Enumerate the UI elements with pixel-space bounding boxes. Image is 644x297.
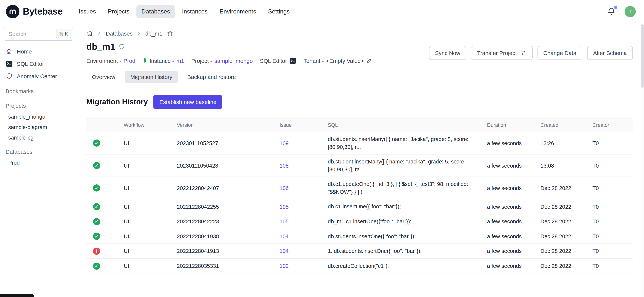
nav-environments[interactable]: Environments [215,5,261,18]
breadcrumb-home-icon[interactable] [86,30,93,37]
col-duration: Duration [487,118,540,132]
page-header: db_m1 Environment - Prod Instance - m1 [86,42,633,64]
migration-table: Workflow Version Issue SQL Duration Crea… [86,118,633,274]
nav-databases[interactable]: Databases [136,5,175,18]
instance-link[interactable]: m1 [176,57,184,64]
duration-cell: a few seconds [487,259,540,273]
project-link[interactable]: sample_mongo [214,57,253,64]
migration-status-icon [93,185,100,192]
nav-projects[interactable]: Projects [103,5,134,18]
edit-pencil-icon[interactable] [366,58,372,64]
version-cell: 20221228042255 [177,199,280,214]
version-cell: 20221228041913 [177,244,280,258]
avatar[interactable]: T [624,6,636,17]
issue-link[interactable]: 105 [280,219,288,225]
top-nav: Issues Projects Databases Instances Envi… [74,5,294,18]
sidebar-item-label: Home [17,48,32,55]
migration-row[interactable]: UI 20221228042255 105 db.c1.insertOne({"… [86,199,633,214]
sync-now-button[interactable]: Sync Now [429,46,466,60]
sidebar-database-prod[interactable]: Prod [0,157,77,168]
sql-cell: db.c1.updateOne( { _id: 3 }, [ { $set: {… [328,177,487,199]
issue-link[interactable]: 104 [280,233,288,239]
creator-cell: T0 [592,132,633,154]
migration-row[interactable]: UI 20221228041913 104 1. db.students.ins… [86,244,633,258]
bottom-left-toast [0,294,34,297]
nav-settings[interactable]: Settings [263,5,294,18]
issue-link[interactable]: 109 [280,140,288,146]
migration-row[interactable]: UI 20230111052527 109 db.students.insert… [86,132,633,154]
migration-row[interactable]: UI 20221228042407 106 db.c1.updateOne( {… [86,177,633,199]
table-header-row: Workflow Version Issue SQL Duration Crea… [86,118,633,132]
sql-cell: db.createCollection("c1"); [328,259,487,273]
sidebar-item-anomaly-center[interactable]: Anomaly Center [0,70,77,82]
migration-history-panel: Migration History Establish new baseline… [86,86,633,274]
migration-status-icon [93,162,100,169]
creator-cell: T0 [592,199,633,214]
sidebar-project-sample-diagram[interactable]: sample-diagram [0,122,77,132]
scrollbar[interactable] [641,23,644,297]
search-shortcut-kbd: ⌘ K [56,30,71,38]
workflow-cell: UI [124,154,177,177]
created-cell: 13:08 [540,154,592,177]
breadcrumb-databases[interactable]: Databases [106,30,132,37]
issue-link[interactable]: 105 [280,204,288,210]
tab-overview[interactable]: Overview [86,71,121,83]
change-data-button[interactable]: Change Data [537,46,582,60]
creator-cell: T0 [592,229,633,244]
duration-cell: a few seconds [487,132,540,154]
version-cell: 20221228042223 [177,214,280,229]
col-issue: Issue [280,118,328,132]
breadcrumb: Databases db_m1 [86,23,633,37]
issue-link[interactable]: 102 [280,263,288,269]
created-cell: Dec 28 2022 [540,259,592,273]
migration-status-icon [93,262,100,269]
nav-instances[interactable]: Instances [177,5,212,18]
shield-icon [6,73,13,80]
duration-cell: a few seconds [487,154,540,177]
sidebar-item-sql-editor[interactable]: SQL Editor [0,58,77,70]
sql-cell: db.students.insertMany([ { name: "Jacika… [328,132,487,154]
transfer-project-button[interactable]: Transfer Project [471,46,532,60]
scrollbar-thumb[interactable] [642,24,644,88]
sql-editor-icon[interactable] [289,57,296,64]
migration-row[interactable]: UI 20221228041938 104 db.students.insert… [86,229,633,244]
migration-row[interactable]: UI 20230111050423 108 db.student.insertM… [86,154,633,177]
bookmark-star-icon[interactable] [166,30,173,37]
avatar-initial: T [628,9,632,15]
nav-issues[interactable]: Issues [74,5,101,18]
tenant-value: <Empty Value> [326,57,364,64]
sql-cell: db.students.insertOne({"foo": "bar"}); [328,229,487,244]
sidebar-project-sample-pg[interactable]: sample-pg [0,132,77,143]
sidebar-item-label: SQL Editor [17,61,44,67]
search-input[interactable]: Search ⌘ K [4,27,73,41]
issue-link[interactable]: 104 [280,248,288,254]
environment-link[interactable]: Prod [124,57,135,64]
col-sql: SQL [328,118,487,132]
duration-cell: a few seconds [487,177,540,199]
issue-link[interactable]: 106 [280,185,288,191]
sidebar-section-bookmarks: Bookmarks [0,82,77,97]
workflow-cell: UI [124,199,177,214]
version-cell: 20221228041938 [177,229,280,244]
sql-cell: 1. db.students.insertOne({"foo": "bar"})… [328,244,487,258]
sidebar-project-sample-mongo[interactable]: sample_mongo [0,111,77,122]
tab-backup-and-restore[interactable]: Backup and restore [182,71,242,83]
brand[interactable]: Bytebase [6,5,62,18]
workflow-cell: UI [124,214,177,229]
sidebar-item-home[interactable]: Home [0,45,77,58]
project-label: Project - [191,57,212,64]
alter-schema-button[interactable]: Alter Schema [587,46,633,60]
issue-link[interactable]: 108 [280,163,288,168]
bytebase-logo-icon [6,5,20,18]
top-navbar: Bytebase Issues Projects Databases Insta… [0,0,644,23]
migration-row[interactable]: UI 20221228035331 102 db.createCollectio… [86,259,633,273]
notification-bell-icon[interactable] [607,7,616,16]
created-cell: 13:26 [540,132,592,154]
version-cell: 20230111052527 [177,132,280,154]
sql-cell: db.student.insertMany([ { name: "Jacika"… [328,154,487,177]
tab-migration-history[interactable]: Migration History [125,71,178,83]
migration-status-icon [93,203,100,210]
migration-row[interactable]: UI 20221228042223 105 db_m1.c1.insertOne… [86,214,633,229]
establish-baseline-button[interactable]: Establish new baseline [154,95,222,109]
database-tabs: Overview Migration History Backup and re… [86,71,633,83]
